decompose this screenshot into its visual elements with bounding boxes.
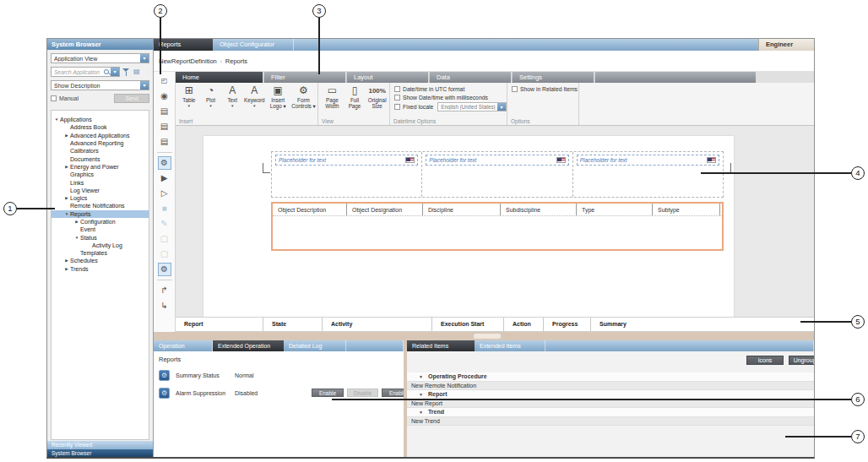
ribbon-tab-settings[interactable]: Settings (512, 72, 594, 83)
edit-icon[interactable]: ✎ (158, 217, 171, 231)
associated-settings-icon[interactable]: ⚙ (158, 263, 171, 276)
enable-button[interactable]: Enable (312, 389, 344, 397)
save-all-icon[interactable]: ▤ (158, 135, 171, 149)
tree-item-log-viewer[interactable]: Log Viewer (52, 187, 149, 194)
insert-table-button[interactable]: ⊞Table▾ (179, 85, 199, 108)
tree-expand-icon[interactable]: ▶ (73, 220, 80, 224)
tree-item-applications[interactable]: ▼Applications (52, 116, 149, 123)
locale-dropdown[interactable]: English (United States)▾ (437, 102, 507, 111)
tree-expand-icon[interactable]: ▶ (63, 165, 70, 169)
tree-item-event[interactable]: Event (52, 226, 149, 233)
save-icon[interactable]: ▤ (158, 105, 171, 118)
recently-viewed-bar[interactable]: Recently Viewed (47, 441, 153, 449)
tab-extended-items[interactable]: Extended Items (475, 340, 545, 351)
breadcrumb-primary[interactable]: NewReportDefinition (159, 57, 217, 65)
tree-expand-icon[interactable]: ▼ (63, 212, 70, 216)
tab-reports[interactable]: Reports (154, 39, 213, 51)
export-pdf-icon[interactable]: ▢ (158, 232, 171, 246)
tree-expand-icon[interactable]: ▶ (63, 267, 70, 271)
tab-extended-operation[interactable]: Extended Operation (213, 340, 284, 351)
engineer-mode-badge[interactable]: Engineer (758, 39, 814, 51)
open-in-window-icon[interactable]: ◰ (158, 74, 171, 88)
collapse-icon[interactable]: ▼ (419, 410, 423, 415)
tab-detailed-log[interactable]: Detailed Log (284, 340, 346, 351)
view-selector[interactable]: Application View ▾ (51, 53, 149, 63)
related-item-new-remote-notification[interactable]: New Remote Notification (407, 382, 814, 391)
tree-expand-icon[interactable]: ▶ (63, 133, 70, 138)
insert-text-button[interactable]: AText▾ (222, 85, 242, 108)
horizontal-splitter[interactable] (154, 332, 814, 340)
search-input[interactable]: Search Application ▾ (51, 67, 120, 77)
tree-item-advanced-applications[interactable]: ▶Advanced Applications (52, 132, 149, 139)
manual-checkbox[interactable] (51, 95, 57, 101)
run-icon[interactable]: ▶ (158, 171, 171, 185)
tree-item-activity-log[interactable]: Activity Log (52, 242, 149, 249)
record-icon[interactable]: ◉ (158, 90, 171, 103)
utc-format-checkbox[interactable] (394, 86, 400, 92)
splitter-handle[interactable] (474, 334, 501, 339)
save-as-icon[interactable]: ▤ (158, 120, 171, 133)
related-group-trend[interactable]: ▼Trend (407, 408, 814, 417)
tree-item-graphics[interactable]: Graphics (52, 171, 149, 178)
tree-item-logics[interactable]: ▶Logics (52, 194, 149, 202)
related-item-new-report[interactable]: New Report (407, 399, 814, 409)
breadcrumb-secondary[interactable]: Reports (225, 57, 247, 65)
tree-item-templates[interactable]: Templates (52, 249, 149, 257)
ribbon-tab-home[interactable]: Home (176, 72, 263, 83)
tab-object-configurator[interactable]: Object Configurator (213, 39, 294, 51)
ungrouped-button[interactable]: Ungrouped (789, 356, 814, 365)
collapse-icon[interactable]: ▼ (419, 392, 423, 397)
tree-item-status[interactable]: ▼Status (52, 233, 149, 241)
related-item-new-trend[interactable]: New Trend (407, 417, 814, 427)
tree-item-reports-selected[interactable]: ▼Reports (52, 210, 149, 218)
related-group-operating-procedure[interactable]: ▼Operating Procedure (407, 372, 814, 382)
tree-item-address-book[interactable]: Address Book (52, 123, 149, 131)
insert-plot-button[interactable]: ◔Plot▾ (201, 85, 221, 108)
locale-flag-icon[interactable] (556, 157, 566, 163)
gear-icon[interactable]: ⚙ (159, 388, 170, 399)
tree-item-links[interactable]: Links (52, 178, 149, 186)
related-group-report[interactable]: ▼Report (407, 390, 814, 399)
insert-keyword-button[interactable]: AKeyword▾ (244, 85, 265, 108)
page-width-button[interactable]: ▭Page Width (322, 85, 343, 109)
import-definition-icon[interactable]: ↳ (158, 299, 171, 313)
tree-item-remote-notifications[interactable]: Remote Notifications (52, 202, 149, 209)
chevron-down-icon[interactable]: ▾ (140, 54, 149, 63)
icons-view-button[interactable]: Icons (746, 356, 784, 365)
tab-operation[interactable]: Operation (154, 340, 213, 351)
milliseconds-checkbox[interactable] (394, 95, 400, 101)
page-header-region[interactable]: Placeholder for text Placeholder for tex… (271, 151, 724, 198)
tree-item-trends[interactable]: ▶Trends (52, 265, 149, 273)
ribbon-tab-data[interactable]: Data (429, 72, 511, 83)
tree-expand-icon[interactable]: ▼ (53, 117, 60, 122)
tree-item-energy-and-power[interactable]: ▶Energy and Power (52, 163, 149, 171)
original-size-button[interactable]: 100%Original Size (366, 85, 388, 109)
export-excel-icon[interactable]: ▢ (158, 247, 171, 261)
enable-button-clipped[interactable]: Enable (382, 389, 404, 397)
header-text-placeholder[interactable]: Placeholder for text (426, 155, 568, 166)
form-controls-button[interactable]: ⚙Form Controls ▾ (291, 85, 316, 109)
collapse-icon[interactable]: ▼ (419, 374, 423, 379)
header-text-placeholder[interactable]: Placeholder for text (275, 155, 418, 166)
tree-expand-icon[interactable]: ▶ (63, 196, 70, 200)
header-text-placeholder[interactable]: Placeholder for text (577, 155, 719, 166)
show-related-checkbox[interactable] (512, 86, 518, 92)
chevron-down-icon[interactable]: ▾ (140, 81, 149, 90)
stop-icon[interactable]: ■ (158, 202, 171, 215)
tree-item-advanced-reporting[interactable]: Advanced Reporting (52, 139, 149, 147)
send-button[interactable]: Send (114, 94, 149, 103)
disable-button[interactable]: Disable (347, 389, 378, 397)
report-settings-icon[interactable]: ⚙ (158, 156, 171, 170)
tab-related-items[interactable]: Related Items (407, 340, 475, 351)
system-browser-bar[interactable]: System Browser (47, 449, 153, 457)
gear-icon[interactable]: ⚙ (159, 370, 170, 381)
chevron-down-icon[interactable]: ▾ (111, 68, 119, 76)
tree-expand-icon[interactable]: ▼ (73, 236, 80, 240)
ribbon-tab-layout[interactable]: Layout (346, 72, 428, 83)
filter-icon[interactable] (122, 68, 131, 76)
tree-item-calibrators[interactable]: Calibrators (52, 147, 149, 155)
tree-item-configuration[interactable]: ▶Configuration (52, 218, 149, 226)
tree-item-documents[interactable]: Documents (52, 155, 149, 162)
export-definition-icon[interactable]: ↱ (158, 284, 171, 297)
fixed-locale-checkbox[interactable] (394, 104, 400, 110)
